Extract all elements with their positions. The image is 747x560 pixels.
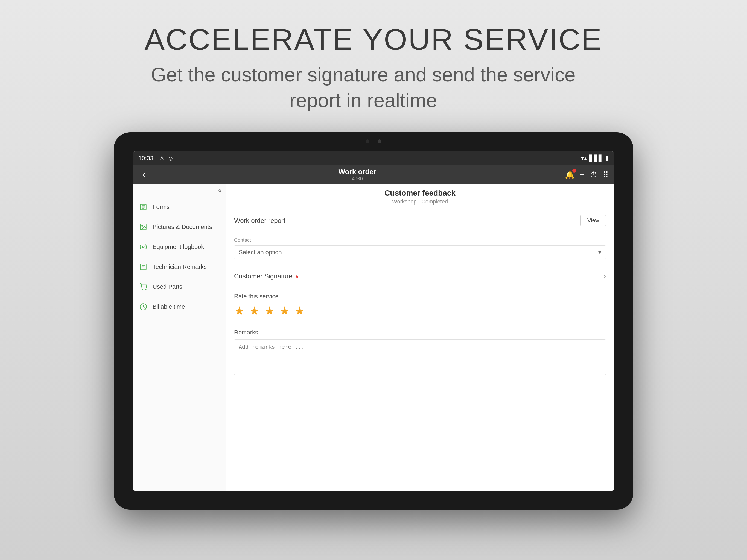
tablet-device: 10:33 A ◎ ▾▴ ▋▋▋ ▮ ‹ Work order 4960 [114, 132, 633, 510]
sidebar-item-remarks[interactable]: Technician Remarks [133, 257, 226, 277]
notification-button[interactable]: 🔔 [565, 170, 574, 179]
sidebar-item-remarks-label: Technician Remarks [153, 263, 207, 271]
star-5[interactable]: ★ [294, 304, 305, 318]
toolbar-subtitle: 4960 [150, 176, 565, 182]
tablet-camera-bar [333, 137, 414, 146]
svg-point-5 [141, 225, 143, 226]
sidebar-item-time-label: Billable time [153, 303, 185, 310]
toolbar-center: Work order 4960 [150, 168, 565, 182]
sidebar-item-forms-label: Forms [153, 203, 170, 210]
menu-button[interactable]: ⠿ [603, 170, 609, 179]
signature-chevron-right: › [603, 272, 606, 281]
sidebar-item-pictures[interactable]: Pictures & Documents [133, 217, 226, 237]
status-icon-a: A [159, 155, 165, 161]
parts-icon [138, 282, 148, 292]
signature-label: Customer Signature ★ [234, 272, 300, 280]
remarks-textarea[interactable] [234, 339, 606, 375]
stars-container[interactable]: ★ ★ ★ ★ ★ [234, 304, 606, 318]
sidebar: « Forms [133, 184, 226, 490]
star-3[interactable]: ★ [264, 304, 275, 318]
status-icons: A ◎ [159, 155, 174, 161]
status-time: 10:33 [138, 155, 153, 162]
content-header: Customer feedback Workshop - Completed [226, 184, 614, 209]
customer-signature-row[interactable]: Customer Signature ★ › [226, 265, 614, 287]
tablet-screen: 10:33 A ◎ ▾▴ ▋▋▋ ▮ ‹ Work order 4960 [133, 152, 614, 490]
page-sub-title: Get the customer signature and send the … [145, 62, 582, 113]
notification-badge [572, 169, 576, 173]
svg-point-10 [142, 289, 143, 290]
contact-placeholder: Select an option [239, 249, 282, 256]
status-right-icons: ▾▴ ▋▋▋ ▮ [581, 155, 609, 162]
content-area: Customer feedback Workshop - Completed W… [226, 184, 614, 490]
required-star: ★ [294, 273, 300, 279]
remarks-icon [138, 262, 148, 272]
add-button[interactable]: + [580, 170, 584, 179]
contact-select[interactable]: Select an option ▾ [234, 245, 606, 259]
forms-icon [138, 202, 148, 212]
remarks-label: Remarks [234, 329, 606, 336]
star-1[interactable]: ★ [234, 304, 245, 318]
contact-form-group: Contact Select an option ▾ [226, 232, 614, 265]
sidebar-item-logbook-label: Equipment logbook [153, 244, 204, 251]
sidebar-collapse-button[interactable]: « [133, 184, 226, 197]
rating-section: Rate this service ★ ★ ★ ★ ★ [226, 287, 614, 324]
status-icon-b: ◎ [168, 155, 174, 161]
content-subtitle: Workshop - Completed [234, 199, 606, 205]
star-2[interactable]: ★ [249, 304, 260, 318]
sidebar-item-time[interactable]: Billable time [133, 297, 226, 317]
sidebar-item-logbook[interactable]: Equipment logbook [133, 237, 226, 257]
wifi-icon: ▾▴ [581, 155, 587, 162]
main-content: « Forms [133, 184, 614, 490]
timer-button[interactable]: ⏱ [590, 170, 597, 179]
chevron-down-icon: ▾ [598, 249, 601, 256]
work-order-report-label: Work order report [234, 217, 285, 225]
signal-icon: ▋▋▋ [589, 155, 603, 162]
toolbar-actions: 🔔 + ⏱ ⠿ [565, 170, 609, 179]
logbook-icon [138, 242, 148, 252]
remarks-section: Remarks [226, 324, 614, 381]
back-button[interactable]: ‹ [138, 168, 150, 182]
sidebar-item-parts[interactable]: Used Parts [133, 277, 226, 297]
pictures-icon [138, 222, 148, 232]
time-icon [138, 302, 148, 312]
contact-label: Contact [234, 237, 606, 243]
camera-dot-1 [366, 139, 369, 143]
sidebar-item-pictures-label: Pictures & Documents [153, 223, 212, 230]
status-bar: 10:33 A ◎ ▾▴ ▋▋▋ ▮ [133, 152, 614, 165]
view-button[interactable]: View [581, 215, 606, 226]
camera-dot-2 [378, 139, 381, 143]
svg-point-11 [146, 289, 146, 290]
battery-icon: ▮ [606, 155, 609, 162]
toolbar: ‹ Work order 4960 🔔 + ⏱ ⠿ [133, 165, 614, 184]
toolbar-title: Work order [150, 168, 565, 176]
content-title: Customer feedback [234, 189, 606, 198]
sidebar-item-parts-label: Used Parts [153, 283, 182, 290]
sidebar-item-forms[interactable]: Forms [133, 197, 226, 217]
svg-point-6 [143, 246, 145, 248]
rating-label: Rate this service [234, 293, 606, 300]
page-main-title: ACCELERATE YOUR SERVICE [145, 22, 602, 57]
work-order-report-section: Work order report View [226, 209, 614, 232]
star-4[interactable]: ★ [279, 304, 290, 318]
